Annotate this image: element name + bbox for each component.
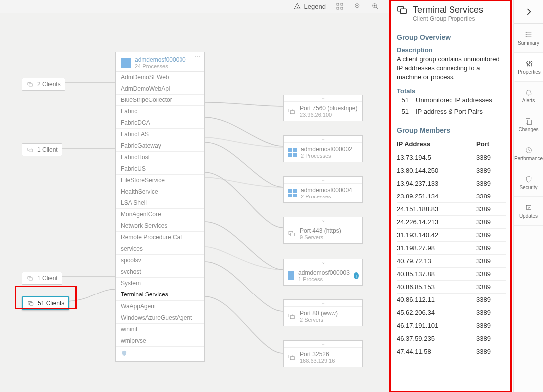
rail-tab-summary[interactable]: Summary bbox=[514, 24, 543, 53]
chevron-down-icon[interactable]: ⌄ bbox=[284, 136, 362, 143]
member-port: 3389 bbox=[476, 202, 506, 215]
process-row[interactable]: AdmDemoWebApi bbox=[116, 83, 204, 94]
member-row[interactable]: 47.44.11.583389 bbox=[397, 345, 506, 358]
node-title: admdemosf000004 bbox=[301, 187, 352, 194]
node-subtitle: 23.96.26.100 bbox=[300, 112, 357, 118]
rail-tab-properties[interactable]: Properties bbox=[514, 53, 543, 82]
zoom-in-icon[interactable] bbox=[371, 2, 379, 10]
svg-line-9 bbox=[376, 7, 378, 9]
member-row[interactable]: 45.62.206.343389 bbox=[397, 306, 506, 319]
member-row[interactable]: 46.17.191.1013389 bbox=[397, 319, 506, 332]
member-ip: 13.73.194.5 bbox=[397, 151, 476, 164]
process-row[interactable]: Network Services bbox=[116, 220, 204, 231]
machine-node[interactable]: ⌄admdemosf0000031 Processi bbox=[283, 259, 363, 286]
member-row[interactable]: 40.79.72.133389 bbox=[397, 254, 506, 267]
client-group-node-51[interactable]: 51 Clients bbox=[22, 296, 69, 310]
process-row[interactable]: wmiprvse bbox=[116, 335, 204, 346]
chevron-down-icon[interactable]: ⌄ bbox=[284, 300, 362, 307]
member-ip: 47.44.11.58 bbox=[397, 345, 476, 358]
member-row[interactable]: 40.86.85.1533389 bbox=[397, 280, 506, 293]
svg-rect-4 bbox=[341, 7, 343, 9]
process-row[interactable]: Terminal Services bbox=[116, 289, 204, 300]
process-row[interactable]: FabricUS bbox=[116, 163, 204, 174]
member-port: 3389 bbox=[476, 332, 506, 345]
member-row[interactable]: 13.94.237.1333389 bbox=[397, 177, 506, 190]
windows-icon bbox=[121, 58, 131, 68]
machine-node-header[interactable]: ⋯ admdemosf000000 24 Processes bbox=[116, 52, 204, 72]
process-row[interactable]: spoolsv bbox=[116, 254, 204, 266]
node-title: Port 7560 (bluestripe) bbox=[300, 105, 357, 112]
client-group-node-1a[interactable]: 1 Client bbox=[22, 143, 62, 156]
summary-icon bbox=[525, 31, 533, 39]
chevron-down-icon[interactable]: ⌄ bbox=[284, 95, 362, 102]
dependency-map-canvas[interactable]: 2 Clients 1 Client 1 Client 51 Clients ⋯… bbox=[0, 13, 389, 392]
svg-rect-25 bbox=[290, 316, 294, 319]
member-row[interactable]: 23.89.251.1343389 bbox=[397, 190, 506, 202]
member-port: 3389 bbox=[476, 345, 506, 358]
member-row[interactable]: 40.85.137.883389 bbox=[397, 267, 506, 280]
process-row[interactable]: MonAgentCore bbox=[116, 208, 204, 220]
overview-header: Group Overview bbox=[397, 33, 506, 41]
member-row[interactable]: 46.37.59.2353389 bbox=[397, 332, 506, 345]
node-title: admdemosf000002 bbox=[301, 146, 352, 153]
member-row[interactable]: 13.73.194.53389 bbox=[397, 151, 506, 164]
port-node[interactable]: ⌄Port 80 (www)2 Servers bbox=[283, 299, 363, 326]
process-row[interactable]: svchost bbox=[116, 266, 204, 277]
process-row[interactable]: Remote Procedure Call bbox=[116, 231, 204, 243]
rail-tab-label: Performance bbox=[514, 156, 543, 161]
rail-tab-label: Changes bbox=[518, 127, 538, 132]
machine-node[interactable]: ⌄admdemosf0000042 Processes bbox=[283, 176, 363, 203]
member-port: 3389 bbox=[476, 293, 506, 306]
process-row[interactable]: FabricGateway bbox=[116, 140, 204, 151]
machine-node[interactable]: ⌄admdemosf0000022 Processes bbox=[283, 135, 363, 162]
client-group-icon bbox=[27, 299, 35, 307]
member-row[interactable]: 13.80.144.2503389 bbox=[397, 164, 506, 177]
info-icon[interactable]: i bbox=[354, 272, 359, 279]
process-row[interactable]: FabricFAS bbox=[116, 128, 204, 140]
port-node[interactable]: ⌄Port 32526168.63.129.16 bbox=[283, 340, 363, 367]
svg-line-46 bbox=[529, 150, 530, 151]
zoom-out-icon[interactable] bbox=[354, 2, 362, 10]
updates-icon bbox=[525, 204, 533, 212]
client-group-node-1b[interactable]: 1 Client bbox=[22, 272, 62, 285]
col-port[interactable]: Port bbox=[476, 137, 506, 151]
process-row[interactable]: Fabric bbox=[116, 105, 204, 117]
client-group-node-2[interactable]: 2 Clients bbox=[22, 78, 65, 91]
chevron-down-icon[interactable]: ⌄ bbox=[284, 259, 362, 266]
process-row[interactable]: HealthService bbox=[116, 186, 204, 197]
alerts-icon bbox=[525, 89, 533, 97]
process-row[interactable]: LSA Shell bbox=[116, 197, 204, 208]
expand-button[interactable] bbox=[514, 0, 543, 24]
rail-tab-security[interactable]: Security bbox=[514, 168, 543, 197]
chevron-down-icon[interactable]: ⌄ bbox=[284, 177, 362, 184]
process-row[interactable]: FabricHost bbox=[116, 151, 204, 163]
member-row[interactable]: 31.198.27.983389 bbox=[397, 241, 506, 254]
rail-tab-performance[interactable]: Performance bbox=[514, 139, 543, 168]
member-row[interactable]: 31.193.140.423389 bbox=[397, 228, 506, 241]
process-row[interactable]: FabricDCA bbox=[116, 117, 204, 128]
process-row[interactable]: services bbox=[116, 243, 204, 254]
legend-button[interactable]: Legend bbox=[293, 2, 326, 10]
machine-node-main[interactable]: ⋯ admdemosf000000 24 Processes AdmDemoSF… bbox=[115, 52, 205, 362]
process-row[interactable]: WaAppAgent bbox=[116, 300, 204, 312]
chevron-down-icon[interactable]: ⌄ bbox=[284, 217, 362, 224]
process-row[interactable]: FileStoreService bbox=[116, 174, 204, 186]
more-icon[interactable]: ⋯ bbox=[194, 53, 201, 60]
fit-to-screen-icon[interactable] bbox=[336, 2, 344, 10]
process-row[interactable]: wininit bbox=[116, 323, 204, 335]
port-node[interactable]: ⌄Port 443 (https)9 Servers bbox=[283, 217, 363, 244]
process-row[interactable]: WindowsAzureGuestAgent bbox=[116, 312, 204, 323]
rail-tab-alerts[interactable]: Alerts bbox=[514, 82, 543, 110]
chevron-down-icon[interactable]: ⌄ bbox=[284, 341, 362, 348]
rail-tab-updates[interactable]: Updates bbox=[514, 197, 543, 226]
process-row[interactable]: BlueStripeCollector bbox=[116, 94, 204, 105]
rail-tab-changes[interactable]: Changes bbox=[514, 110, 543, 139]
col-ip[interactable]: IP Address bbox=[397, 137, 476, 151]
member-row[interactable]: 24.151.188.833389 bbox=[397, 202, 506, 215]
process-row[interactable]: System bbox=[116, 277, 204, 289]
member-row[interactable]: 40.86.112.113389 bbox=[397, 293, 506, 306]
member-row[interactable]: 24.226.14.2133389 bbox=[397, 215, 506, 228]
process-row[interactable]: AdmDemoSFWeb bbox=[116, 72, 204, 83]
svg-rect-3 bbox=[337, 7, 339, 9]
port-node[interactable]: ⌄Port 7560 (bluestripe)23.96.26.100 bbox=[283, 95, 363, 121]
